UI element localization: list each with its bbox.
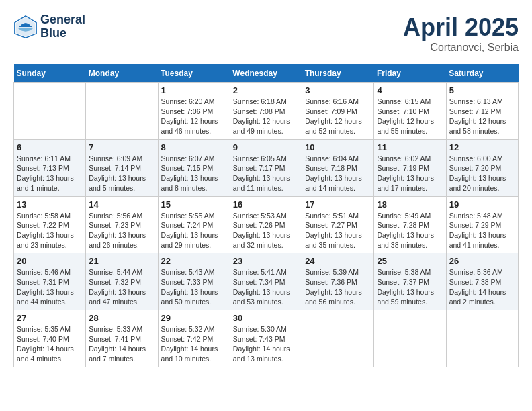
day-of-week-header: Monday bbox=[86, 64, 158, 83]
day-info: Sunrise: 6:11 AM Sunset: 7:13 PM Dayligh… bbox=[17, 154, 83, 193]
calendar-week-row: 1Sunrise: 6:20 AM Sunset: 7:06 PM Daylig… bbox=[14, 83, 519, 140]
day-info: Sunrise: 6:05 AM Sunset: 7:17 PM Dayligh… bbox=[233, 154, 299, 193]
calendar-cell: 14Sunrise: 5:56 AM Sunset: 7:23 PM Dayli… bbox=[86, 196, 158, 253]
calendar-cell: 11Sunrise: 6:02 AM Sunset: 7:19 PM Dayli… bbox=[374, 139, 446, 196]
day-number: 14 bbox=[89, 199, 154, 210]
day-info: Sunrise: 6:02 AM Sunset: 7:19 PM Dayligh… bbox=[377, 154, 443, 193]
calendar-cell: 27Sunrise: 5:35 AM Sunset: 7:40 PM Dayli… bbox=[14, 310, 86, 367]
calendar-cell: 26Sunrise: 5:36 AM Sunset: 7:38 PM Dayli… bbox=[446, 253, 518, 310]
day-info: Sunrise: 5:33 AM Sunset: 7:41 PM Dayligh… bbox=[89, 324, 154, 364]
day-number: 30 bbox=[233, 313, 299, 323]
day-info: Sunrise: 5:48 AM Sunset: 7:29 PM Dayligh… bbox=[449, 211, 515, 250]
day-of-week-header: Tuesday bbox=[158, 64, 230, 83]
calendar-cell: 29Sunrise: 5:32 AM Sunset: 7:42 PM Dayli… bbox=[158, 310, 230, 367]
day-info: Sunrise: 5:55 AM Sunset: 7:24 PM Dayligh… bbox=[161, 211, 227, 250]
month-title: April 2025 bbox=[403, 13, 519, 42]
calendar-cell: 3Sunrise: 6:16 AM Sunset: 7:09 PM Daylig… bbox=[302, 83, 374, 140]
day-number: 7 bbox=[89, 142, 154, 152]
day-info: Sunrise: 5:44 AM Sunset: 7:32 PM Dayligh… bbox=[89, 267, 154, 307]
day-info: Sunrise: 6:00 AM Sunset: 7:20 PM Dayligh… bbox=[449, 154, 515, 193]
calendar-week-row: 6Sunrise: 6:11 AM Sunset: 7:13 PM Daylig… bbox=[14, 139, 519, 196]
day-info: Sunrise: 6:04 AM Sunset: 7:18 PM Dayligh… bbox=[305, 154, 371, 193]
calendar-cell: 17Sunrise: 5:51 AM Sunset: 7:27 PM Dayli… bbox=[302, 196, 374, 253]
day-info: Sunrise: 5:53 AM Sunset: 7:26 PM Dayligh… bbox=[233, 211, 299, 250]
day-number: 17 bbox=[305, 199, 371, 210]
day-info: Sunrise: 6:07 AM Sunset: 7:15 PM Dayligh… bbox=[161, 154, 227, 193]
day-info: Sunrise: 6:18 AM Sunset: 7:08 PM Dayligh… bbox=[233, 97, 299, 136]
day-info: Sunrise: 5:43 AM Sunset: 7:33 PM Dayligh… bbox=[161, 267, 227, 307]
calendar-cell: 23Sunrise: 5:41 AM Sunset: 7:34 PM Dayli… bbox=[230, 253, 302, 310]
day-info: Sunrise: 6:20 AM Sunset: 7:06 PM Dayligh… bbox=[161, 97, 227, 136]
calendar-cell: 30Sunrise: 5:30 AM Sunset: 7:43 PM Dayli… bbox=[230, 310, 302, 367]
day-info: Sunrise: 6:15 AM Sunset: 7:10 PM Dayligh… bbox=[377, 97, 443, 136]
calendar-cell: 2Sunrise: 6:18 AM Sunset: 7:08 PM Daylig… bbox=[230, 83, 302, 140]
day-number: 3 bbox=[305, 85, 371, 95]
logo-icon bbox=[13, 15, 38, 39]
day-info: Sunrise: 6:09 AM Sunset: 7:14 PM Dayligh… bbox=[89, 154, 154, 193]
title-block: April 2025 Cortanovci, Serbia bbox=[403, 13, 519, 54]
day-of-week-header: Wednesday bbox=[230, 64, 302, 83]
day-number: 21 bbox=[89, 256, 154, 266]
calendar-cell: 24Sunrise: 5:39 AM Sunset: 7:36 PM Dayli… bbox=[302, 253, 374, 310]
calendar-cell: 18Sunrise: 5:49 AM Sunset: 7:28 PM Dayli… bbox=[374, 196, 446, 253]
calendar-week-row: 27Sunrise: 5:35 AM Sunset: 7:40 PM Dayli… bbox=[14, 310, 519, 367]
day-number: 18 bbox=[377, 199, 443, 210]
page-header: General Blue April 2025 Cortanovci, Serb… bbox=[13, 13, 519, 54]
calendar-cell: 13Sunrise: 5:58 AM Sunset: 7:22 PM Dayli… bbox=[14, 196, 86, 253]
day-number: 16 bbox=[233, 199, 299, 210]
day-of-week-header: Friday bbox=[374, 64, 446, 83]
day-info: Sunrise: 5:36 AM Sunset: 7:38 PM Dayligh… bbox=[449, 267, 515, 307]
day-number: 24 bbox=[305, 256, 371, 266]
day-of-week-header: Sunday bbox=[14, 64, 86, 83]
day-number: 8 bbox=[161, 142, 227, 152]
day-number: 13 bbox=[17, 199, 83, 210]
calendar-cell: 15Sunrise: 5:55 AM Sunset: 7:24 PM Dayli… bbox=[158, 196, 230, 253]
day-number: 9 bbox=[233, 142, 299, 152]
day-number: 19 bbox=[449, 199, 515, 210]
day-info: Sunrise: 5:51 AM Sunset: 7:27 PM Dayligh… bbox=[305, 211, 371, 250]
day-info: Sunrise: 5:41 AM Sunset: 7:34 PM Dayligh… bbox=[233, 267, 299, 307]
day-info: Sunrise: 5:30 AM Sunset: 7:43 PM Dayligh… bbox=[233, 324, 299, 364]
calendar-cell bbox=[374, 310, 446, 367]
calendar-cell: 22Sunrise: 5:43 AM Sunset: 7:33 PM Dayli… bbox=[158, 253, 230, 310]
day-info: Sunrise: 5:58 AM Sunset: 7:22 PM Dayligh… bbox=[17, 211, 83, 250]
calendar-cell: 4Sunrise: 6:15 AM Sunset: 7:10 PM Daylig… bbox=[374, 83, 446, 140]
day-of-week-header: Thursday bbox=[302, 64, 374, 83]
calendar-week-row: 13Sunrise: 5:58 AM Sunset: 7:22 PM Dayli… bbox=[14, 196, 519, 253]
calendar-cell: 1Sunrise: 6:20 AM Sunset: 7:06 PM Daylig… bbox=[158, 83, 230, 140]
calendar-cell bbox=[14, 83, 86, 140]
logo: General Blue bbox=[13, 13, 85, 40]
day-info: Sunrise: 6:13 AM Sunset: 7:12 PM Dayligh… bbox=[449, 97, 515, 136]
day-info: Sunrise: 5:39 AM Sunset: 7:36 PM Dayligh… bbox=[305, 267, 371, 307]
calendar-cell: 28Sunrise: 5:33 AM Sunset: 7:41 PM Dayli… bbox=[86, 310, 158, 367]
day-info: Sunrise: 5:32 AM Sunset: 7:42 PM Dayligh… bbox=[161, 324, 227, 364]
calendar-cell: 10Sunrise: 6:04 AM Sunset: 7:18 PM Dayli… bbox=[302, 139, 374, 196]
day-number: 6 bbox=[17, 142, 83, 152]
day-number: 12 bbox=[449, 142, 515, 152]
calendar-cell: 9Sunrise: 6:05 AM Sunset: 7:17 PM Daylig… bbox=[230, 139, 302, 196]
calendar-cell: 19Sunrise: 5:48 AM Sunset: 7:29 PM Dayli… bbox=[446, 196, 518, 253]
day-number: 4 bbox=[377, 85, 443, 95]
day-info: Sunrise: 5:49 AM Sunset: 7:28 PM Dayligh… bbox=[377, 211, 443, 250]
calendar-cell bbox=[302, 310, 374, 367]
day-number: 26 bbox=[449, 256, 515, 266]
day-number: 15 bbox=[161, 199, 227, 210]
day-number: 2 bbox=[233, 85, 299, 95]
day-info: Sunrise: 5:46 AM Sunset: 7:31 PM Dayligh… bbox=[17, 267, 83, 307]
day-number: 27 bbox=[17, 313, 83, 323]
day-number: 5 bbox=[449, 85, 515, 95]
day-info: Sunrise: 5:56 AM Sunset: 7:23 PM Dayligh… bbox=[89, 211, 154, 250]
calendar-cell: 16Sunrise: 5:53 AM Sunset: 7:26 PM Dayli… bbox=[230, 196, 302, 253]
calendar-cell: 5Sunrise: 6:13 AM Sunset: 7:12 PM Daylig… bbox=[446, 83, 518, 140]
day-number: 10 bbox=[305, 142, 371, 152]
day-info: Sunrise: 5:35 AM Sunset: 7:40 PM Dayligh… bbox=[17, 324, 83, 364]
day-info: Sunrise: 6:16 AM Sunset: 7:09 PM Dayligh… bbox=[305, 97, 371, 136]
calendar-cell: 7Sunrise: 6:09 AM Sunset: 7:14 PM Daylig… bbox=[86, 139, 158, 196]
calendar-cell: 25Sunrise: 5:38 AM Sunset: 7:37 PM Dayli… bbox=[374, 253, 446, 310]
calendar-cell: 20Sunrise: 5:46 AM Sunset: 7:31 PM Dayli… bbox=[14, 253, 86, 310]
calendar-cell: 6Sunrise: 6:11 AM Sunset: 7:13 PM Daylig… bbox=[14, 139, 86, 196]
calendar-cell: 21Sunrise: 5:44 AM Sunset: 7:32 PM Dayli… bbox=[86, 253, 158, 310]
day-number: 23 bbox=[233, 256, 299, 266]
location: Cortanovci, Serbia bbox=[403, 42, 519, 54]
day-number: 20 bbox=[17, 256, 83, 266]
